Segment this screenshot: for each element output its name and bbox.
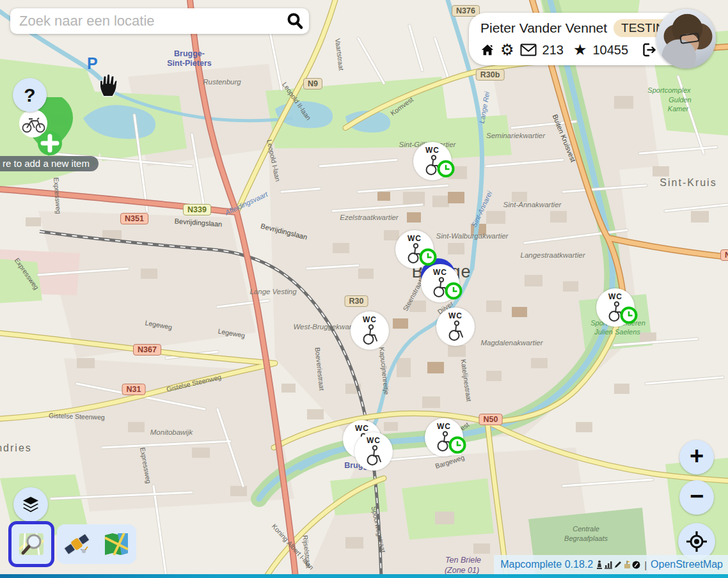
search-input[interactable]: [10, 13, 281, 29]
crosshair-icon: [685, 530, 708, 553]
opening-hours-clock-badge: [420, 249, 437, 266]
wc-label: WC: [608, 293, 622, 301]
layers-button[interactable]: [13, 487, 48, 522]
wheelchair-icon: [445, 320, 466, 341]
message-count: 213: [542, 43, 564, 58]
avatar[interactable]: [656, 9, 716, 68]
zoom-out-button[interactable]: −: [679, 480, 714, 515]
add-item-tooltip: re to add a new item: [0, 156, 99, 171]
attribution-bar: Mapcomplete 0.18.2 | OpenStreetMap: [494, 555, 728, 574]
openstreetmap-link[interactable]: OpenStreetMap: [651, 559, 723, 570]
wc-label: WC: [355, 425, 369, 432]
wc-toilet-marker[interactable]: WC: [351, 311, 389, 350]
opening-hours-clock-badge: [621, 307, 638, 324]
attribution-icons: [596, 560, 640, 569]
license-icon: [632, 561, 640, 569]
background-satellite-button[interactable]: [57, 524, 97, 564]
wc-label: WC: [448, 312, 463, 320]
mapcomplete-app: RustenburgSint-GilliskwartierSeminariekw…: [0, 0, 728, 578]
minus-icon: −: [690, 484, 704, 508]
wc-toilet-marker[interactable]: WC: [436, 308, 475, 346]
attribution-separator: |: [644, 559, 647, 570]
wc-label: WC: [367, 437, 381, 444]
help-button[interactable]: ?: [13, 78, 47, 112]
logout-icon[interactable]: [642, 42, 657, 58]
wc-label: WC: [425, 146, 439, 154]
home-icon[interactable]: [480, 43, 495, 57]
wc-label: WC: [408, 235, 422, 242]
bottom-accent-bar: [0, 574, 728, 578]
messages-envelope-icon[interactable]: [520, 43, 537, 56]
wc-label: WC: [363, 316, 377, 324]
mapcomplete-version-link[interactable]: Mapcomplete 0.18.2: [500, 559, 593, 570]
user-name[interactable]: Pieter Vander Vennet: [480, 20, 607, 36]
plus-icon: +: [690, 444, 704, 468]
search-bar: [10, 8, 309, 34]
opening-hours-clock-badge: [445, 283, 463, 300]
edit-pencil-icon: [613, 560, 622, 569]
settings-gear-icon[interactable]: ⚙: [500, 42, 514, 58]
statue-icon: [596, 560, 603, 569]
stats-chart-icon: [604, 560, 613, 569]
help-question-mark: ?: [24, 84, 35, 106]
wc-label: WC: [437, 423, 451, 430]
wc-toilet-marker[interactable]: WC: [354, 432, 393, 471]
wc-label: WC: [433, 269, 447, 276]
changeset-count: 10455: [592, 43, 628, 58]
star-icon: ★: [573, 42, 587, 58]
background-map-button[interactable]: [97, 524, 136, 564]
opening-hours-clock-badge: [449, 437, 466, 454]
opening-hours-clock-badge: [438, 160, 455, 178]
wheelchair-icon: [359, 324, 381, 345]
search-icon[interactable]: [281, 8, 309, 34]
background-layer-chooser: [8, 521, 136, 567]
zoom-in-button[interactable]: +: [679, 440, 714, 474]
background-osm-carto-button[interactable]: [8, 521, 54, 567]
wheelchair-icon: [363, 444, 384, 466]
landmark-flag-icon: [623, 560, 631, 569]
